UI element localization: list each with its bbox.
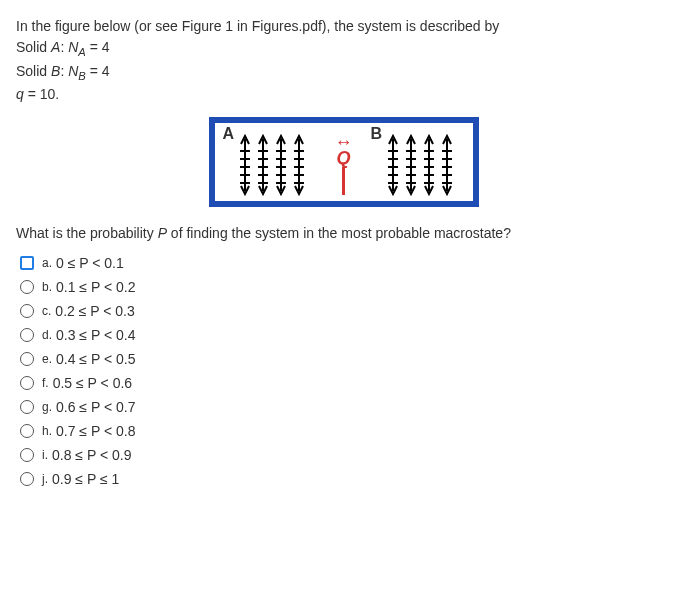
option-text: 0.1 ≤ P < 0.2 [56, 279, 135, 295]
q-var: q [16, 86, 24, 102]
option-letter: h. [42, 424, 52, 438]
radio-button[interactable] [20, 328, 34, 342]
figure-frame: A ↔ Q B [209, 117, 479, 207]
radio-button[interactable] [20, 376, 34, 390]
option-letter: a. [42, 256, 52, 270]
solid-a-eq: = 4 [86, 39, 110, 55]
intro-solid-b: Solid B: NB = 4 [16, 61, 671, 85]
divider-line-icon [342, 167, 345, 195]
option-row[interactable]: d.0.3 ≤ P < 0.4 [20, 327, 671, 343]
q-eq: = 10. [24, 86, 59, 102]
solid-b-block: B [373, 129, 463, 199]
solid-b-word: Solid [16, 63, 51, 79]
option-letter: b. [42, 280, 52, 294]
solid-b-sub: B [78, 69, 85, 81]
option-row[interactable]: e.0.4 ≤ P < 0.5 [20, 351, 671, 367]
solid-b-eq: = 4 [86, 63, 110, 79]
oscillators-a-icon [225, 129, 315, 199]
question-suffix: of finding the system in the most probab… [167, 225, 511, 241]
exchange-q-label: Q [335, 149, 353, 167]
option-text: 0 ≤ P < 0.1 [56, 255, 124, 271]
option-letter: e. [42, 352, 52, 366]
option-row[interactable]: b.0.1 ≤ P < 0.2 [20, 279, 671, 295]
option-letter: g. [42, 400, 52, 414]
radio-button[interactable] [20, 256, 34, 270]
heat-exchange-divider: ↔ Q [340, 129, 348, 199]
radio-button[interactable] [20, 400, 34, 414]
radio-button[interactable] [20, 424, 34, 438]
radio-button[interactable] [20, 280, 34, 294]
solid-a-var: A [51, 39, 60, 55]
option-letter: f. [42, 376, 49, 390]
radio-button[interactable] [20, 304, 34, 318]
solid-a-word: Solid [16, 39, 51, 55]
intro-q-line: q = 10. [16, 84, 671, 105]
option-row[interactable]: c.0.2 ≤ P < 0.3 [20, 303, 671, 319]
option-row[interactable]: f.0.5 ≤ P < 0.6 [20, 375, 671, 391]
option-row[interactable]: a.0 ≤ P < 0.1 [20, 255, 671, 271]
intro-solid-a: Solid A: NA = 4 [16, 37, 671, 61]
option-text: 0.9 ≤ P ≤ 1 [52, 471, 119, 487]
option-row[interactable]: i.0.8 ≤ P < 0.9 [20, 447, 671, 463]
solid-b-colon: : [60, 63, 68, 79]
problem-intro: In the figure below (or see Figure 1 in … [16, 16, 671, 105]
radio-button[interactable] [20, 448, 34, 462]
option-text: 0.5 ≤ P < 0.6 [53, 375, 132, 391]
solid-b-N: N [68, 63, 78, 79]
label-b: B [371, 125, 383, 143]
option-text: 0.8 ≤ P < 0.9 [52, 447, 131, 463]
figure-container: A ↔ Q B [16, 117, 671, 207]
question-text: What is the probability P of finding the… [16, 225, 671, 241]
solid-a-colon: : [60, 39, 68, 55]
option-text: 0.7 ≤ P < 0.8 [56, 423, 135, 439]
solid-b-var: B [51, 63, 60, 79]
option-letter: j. [42, 472, 48, 486]
option-row[interactable]: h.0.7 ≤ P < 0.8 [20, 423, 671, 439]
question-P: P [158, 225, 167, 241]
label-a: A [223, 125, 235, 143]
option-letter: i. [42, 448, 48, 462]
option-text: 0.2 ≤ P < 0.3 [55, 303, 134, 319]
radio-button[interactable] [20, 352, 34, 366]
solid-a-N: N [68, 39, 78, 55]
options-group: a.0 ≤ P < 0.1b.0.1 ≤ P < 0.2c.0.2 ≤ P < … [20, 255, 671, 487]
radio-button[interactable] [20, 472, 34, 486]
intro-line1: In the figure below (or see Figure 1 in … [16, 16, 671, 37]
option-letter: c. [42, 304, 51, 318]
option-text: 0.4 ≤ P < 0.5 [56, 351, 135, 367]
oscillators-b-icon [373, 129, 463, 199]
option-row[interactable]: j.0.9 ≤ P ≤ 1 [20, 471, 671, 487]
option-row[interactable]: g.0.6 ≤ P < 0.7 [20, 399, 671, 415]
solid-a-sub: A [78, 46, 85, 58]
option-letter: d. [42, 328, 52, 342]
option-text: 0.6 ≤ P < 0.7 [56, 399, 135, 415]
solid-a-block: A [225, 129, 315, 199]
option-text: 0.3 ≤ P < 0.4 [56, 327, 135, 343]
question-prefix: What is the probability [16, 225, 158, 241]
